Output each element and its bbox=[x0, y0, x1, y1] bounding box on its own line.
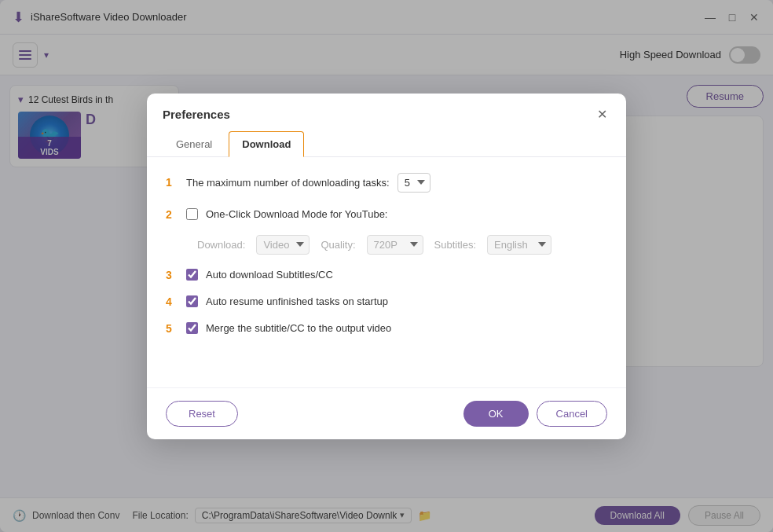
max-tasks-label: The maximum number of downloading tasks: bbox=[186, 177, 390, 189]
tab-download[interactable]: Download bbox=[229, 131, 304, 157]
setting-row-merge-subtitle: 5 Merge the subtitle/CC to the output vi… bbox=[166, 322, 607, 335]
auto-resume-label: Auto resume unfinished tasks on startup bbox=[206, 295, 388, 307]
one-click-checkbox[interactable] bbox=[186, 208, 198, 220]
setting-number-5: 5 bbox=[166, 322, 178, 335]
one-click-label: One-Click Download Mode for YouTube: bbox=[206, 208, 387, 220]
setting-number-2: 2 bbox=[166, 208, 178, 221]
setting-row-auto-resume: 4 Auto resume unfinished tasks on startu… bbox=[166, 295, 607, 308]
ok-button[interactable]: OK bbox=[463, 401, 529, 427]
sub-row-download-options: Download: Video Audio Quality: 720P 360P… bbox=[197, 235, 607, 255]
tab-general[interactable]: General bbox=[163, 131, 225, 157]
subtitles-sublabel: Subtitles: bbox=[434, 239, 476, 251]
modal-tabs: General Download bbox=[147, 123, 626, 157]
modal-overlay: Preferences ✕ General Download 1 The max… bbox=[0, 0, 773, 532]
btn-group: OK Cancel bbox=[463, 401, 607, 427]
modal-header: Preferences ✕ bbox=[147, 94, 626, 123]
quality-select[interactable]: 720P 360P 480P 1080P bbox=[367, 235, 423, 255]
setting-number-4: 4 bbox=[166, 295, 178, 308]
auto-subtitles-label: Auto download Subtitles/CC bbox=[206, 269, 333, 281]
setting-row-auto-subtitles: 3 Auto download Subtitles/CC bbox=[166, 269, 607, 281]
merge-subtitle-checkbox[interactable] bbox=[186, 322, 198, 334]
max-tasks-select[interactable]: 5 1 2 3 4 6 7 8 bbox=[397, 173, 430, 193]
quality-sublabel: Quality: bbox=[321, 239, 355, 251]
reset-button[interactable]: Reset bbox=[166, 401, 238, 427]
download-type-select[interactable]: Video Audio bbox=[256, 235, 310, 255]
subtitles-select[interactable]: English Chinese Spanish bbox=[487, 235, 551, 255]
preferences-modal: Preferences ✕ General Download 1 The max… bbox=[147, 94, 626, 439]
download-sublabel: Download: bbox=[197, 239, 245, 251]
setting-number-1: 1 bbox=[166, 176, 178, 189]
auto-subtitles-checkbox[interactable] bbox=[186, 269, 198, 281]
modal-body: 1 The maximum number of downloading task… bbox=[147, 157, 626, 387]
cancel-button[interactable]: Cancel bbox=[537, 401, 607, 427]
setting-number-3: 3 bbox=[166, 269, 178, 281]
modal-close-button[interactable]: ✕ bbox=[593, 106, 610, 123]
modal-footer: Reset OK Cancel bbox=[147, 387, 626, 439]
setting-row-max-tasks: 1 The maximum number of downloading task… bbox=[166, 173, 607, 193]
app-window: ⬇ iShareSoftware Video Downloader — □ ✕ … bbox=[0, 0, 773, 532]
auto-resume-checkbox[interactable] bbox=[186, 295, 198, 307]
merge-subtitle-label: Merge the subtitle/CC to the output vide… bbox=[206, 322, 391, 334]
setting-row-one-click: 2 One-Click Download Mode for YouTube: D… bbox=[166, 208, 607, 255]
modal-title: Preferences bbox=[163, 108, 230, 121]
